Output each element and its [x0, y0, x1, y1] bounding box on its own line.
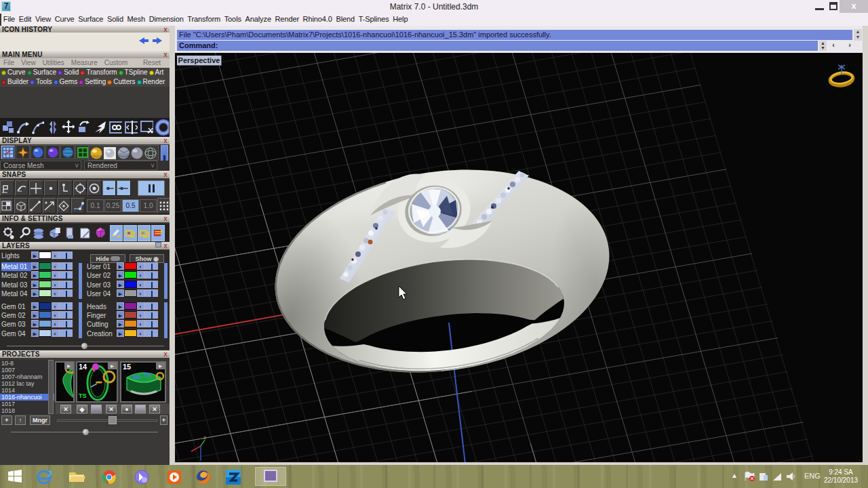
svg-text:TS: TS — [79, 392, 87, 399]
svg-text:TR: TR — [144, 371, 152, 379]
svg-text:z: z — [203, 434, 206, 441]
